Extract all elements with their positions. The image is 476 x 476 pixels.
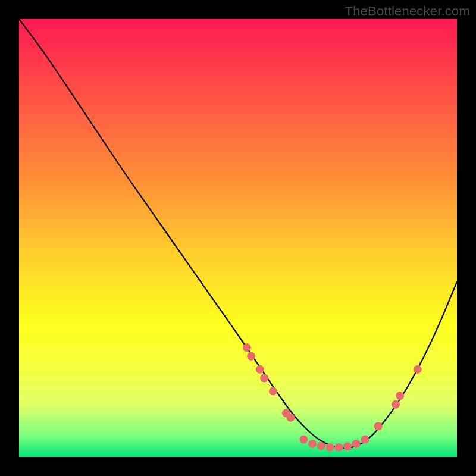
data-point-floor-3 [317,442,325,450]
data-points-group [243,343,422,452]
data-point-left-cluster-4 [260,374,268,383]
data-point-left-cluster-3 [256,365,264,374]
data-point-left-cluster-2 [247,352,255,361]
data-point-left-cluster-5 [269,387,277,396]
data-point-floor-4 [326,443,334,452]
chart-plot-area [19,19,457,457]
data-point-right-top [414,365,422,374]
data-point-right-upper-2 [396,392,404,400]
data-point-floor-5 [334,443,343,452]
data-point-left-lower-2 [286,414,295,422]
data-point-floor-8 [361,436,369,444]
chart-svg [19,19,457,457]
data-point-left-cluster-1 [243,343,251,352]
watermark-text: TheBottlenecker.com [345,4,470,19]
data-point-floor-1 [299,436,308,444]
data-point-right-lower-1 [374,422,383,431]
data-point-floor-6 [343,442,352,450]
data-point-floor-2 [308,440,317,448]
bottleneck-curve [19,19,457,448]
data-point-right-upper-1 [392,400,400,409]
data-point-floor-7 [352,440,361,448]
